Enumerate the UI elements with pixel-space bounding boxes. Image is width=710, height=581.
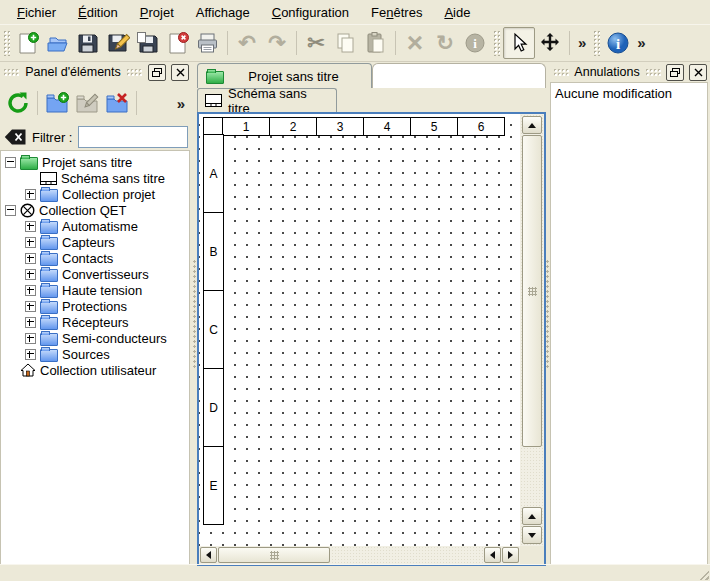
tree-item-recepteurs[interactable]: Récepteurs xyxy=(21,314,189,330)
window-resize-grip[interactable] xyxy=(697,568,709,580)
toolbar-separator xyxy=(227,31,228,55)
close-panel-button[interactable] xyxy=(689,64,707,81)
scroll-left-button-2[interactable] xyxy=(484,547,501,563)
expand-expander-icon[interactable] xyxy=(25,253,36,264)
scroll-up-button[interactable] xyxy=(522,116,542,134)
copy-button[interactable] xyxy=(331,28,361,58)
elements-panel-titlebar[interactable]: Panel d'éléments xyxy=(0,62,192,82)
expand-expander-icon[interactable] xyxy=(25,333,36,344)
save-button[interactable] xyxy=(73,28,103,58)
expand-expander-icon[interactable] xyxy=(25,269,36,280)
column-header: 4 xyxy=(363,117,411,136)
tree-item-haute-tension[interactable]: Haute tension xyxy=(21,282,189,298)
select-tool-button[interactable] xyxy=(503,27,535,59)
reload-collections-button[interactable] xyxy=(3,88,33,118)
tree-item-automatisme[interactable]: Automatisme xyxy=(21,218,189,234)
toolbar-drag-handle[interactable] xyxy=(593,30,600,56)
arrow-left-icon xyxy=(206,551,211,559)
elements-tree[interactable]: Projet sans titre Schéma sans titre Coll… xyxy=(0,150,190,565)
tree-item-collection-qet[interactable]: Collection QET xyxy=(1,202,189,218)
cut-button[interactable]: ✂ xyxy=(301,28,331,58)
clear-filter-button[interactable] xyxy=(4,129,26,145)
menu-configuration[interactable]: Configuration xyxy=(261,2,360,23)
redo-button[interactable]: ↷ xyxy=(262,28,292,58)
collapse-expander-icon[interactable] xyxy=(5,157,16,168)
filter-input[interactable] xyxy=(78,126,188,148)
expand-expander-icon[interactable] xyxy=(25,237,36,248)
delete-category-button[interactable] xyxy=(102,88,132,118)
tab-projet-sans-titre[interactable]: Projet sans titre xyxy=(197,63,372,88)
expand-expander-icon[interactable] xyxy=(25,221,36,232)
column-header: 5 xyxy=(410,117,458,136)
scroll-up-button-2[interactable] xyxy=(522,507,542,525)
vertical-scroll-thumb[interactable] xyxy=(522,135,542,447)
float-panel-button[interactable] xyxy=(148,64,166,81)
move-tool-button[interactable] xyxy=(535,28,565,58)
expand-expander-icon[interactable] xyxy=(25,285,36,296)
float-panel-button[interactable] xyxy=(666,64,684,81)
tree-item-capteurs[interactable]: Capteurs xyxy=(21,234,189,250)
collapse-expander-icon[interactable] xyxy=(5,205,16,216)
close-panel-button[interactable] xyxy=(171,64,189,81)
tree-item-semi-conducteurs[interactable]: Semi-conducteurs xyxy=(21,330,189,346)
save-as-button[interactable] xyxy=(103,28,133,58)
expand-expander-icon[interactable] xyxy=(25,189,36,200)
menu-aide[interactable]: Aide xyxy=(433,2,481,23)
diagram-view: 1 2 3 4 5 6 A B C D E xyxy=(197,112,546,566)
save-all-button[interactable] xyxy=(133,28,163,58)
tree-item-project[interactable]: Projet sans titre xyxy=(1,154,189,170)
new-category-button[interactable] xyxy=(42,88,72,118)
tab-schema-sans-titre[interactable]: Schéma sans titre xyxy=(197,88,337,112)
about-button[interactable]: i xyxy=(603,28,633,58)
tree-item-protections[interactable]: Protections xyxy=(21,298,189,314)
expand-expander-icon[interactable] xyxy=(25,317,36,328)
svg-text:i: i xyxy=(616,36,620,52)
save-all-icon xyxy=(136,31,160,55)
expand-expander-icon[interactable] xyxy=(25,349,36,360)
tree-item-convertisseurs[interactable]: Convertisseurs xyxy=(21,266,189,282)
delete-button[interactable]: × xyxy=(400,28,430,58)
panel-overflow-chevron[interactable]: » xyxy=(173,95,189,112)
rotate-button[interactable]: ↻ xyxy=(430,28,460,58)
info-disabled-button[interactable]: i xyxy=(460,28,490,58)
scroll-left-button[interactable] xyxy=(200,547,217,563)
menu-affichage[interactable]: Affichage xyxy=(185,2,261,23)
new-document-button[interactable] xyxy=(13,28,43,58)
edit-folder-icon xyxy=(74,90,100,116)
horizontal-scrollbar[interactable] xyxy=(199,546,520,564)
vertical-scrollbar[interactable] xyxy=(520,114,544,546)
toolbar-overflow-chevron[interactable]: » xyxy=(633,34,649,51)
undo-panel-titlebar[interactable]: Annulations xyxy=(550,62,710,82)
paste-button[interactable] xyxy=(361,28,391,58)
open-project-button[interactable] xyxy=(43,28,73,58)
tree-item-collection-projet[interactable]: Collection projet xyxy=(21,186,189,202)
menu-fichier[interactable]: Fichier xyxy=(6,2,67,23)
scroll-right-button[interactable] xyxy=(502,547,519,563)
undo-list-item[interactable]: Aucune modification xyxy=(555,86,703,101)
undo-history-list[interactable]: Aucune modification xyxy=(550,82,708,565)
menu-fenetres[interactable]: Fenêtres xyxy=(360,2,433,23)
toolbar-separator xyxy=(296,31,297,55)
toolbar-drag-handle[interactable] xyxy=(3,30,10,56)
toolbar-overflow-chevron[interactable]: » xyxy=(574,34,590,51)
undo-button[interactable]: ↶ xyxy=(232,28,262,58)
close-file-button[interactable] xyxy=(163,28,193,58)
schema-icon xyxy=(40,172,57,185)
close-icon xyxy=(176,68,185,77)
tree-item-schema[interactable]: Schéma sans titre xyxy=(21,170,189,186)
menu-edition[interactable]: Édition xyxy=(67,2,129,23)
print-button[interactable] xyxy=(193,28,223,58)
titlebar-texture xyxy=(645,68,661,77)
copy-icon xyxy=(334,31,358,55)
tree-item-contacts[interactable]: Contacts xyxy=(21,250,189,266)
project-folder-icon xyxy=(206,71,224,84)
expand-expander-icon[interactable] xyxy=(25,301,36,312)
tree-item-collection-utilisateur[interactable]: Collection utilisateur xyxy=(1,362,189,378)
edit-category-button[interactable] xyxy=(72,88,102,118)
menu-projet[interactable]: Projet xyxy=(129,2,185,23)
tree-item-sources[interactable]: Sources xyxy=(21,346,189,362)
diagram-canvas[interactable]: 1 2 3 4 5 6 A B C D E xyxy=(199,114,520,546)
horizontal-scroll-thumb[interactable] xyxy=(218,547,330,563)
scroll-down-button[interactable] xyxy=(522,526,542,544)
toolbar-drag-handle[interactable] xyxy=(493,30,500,56)
